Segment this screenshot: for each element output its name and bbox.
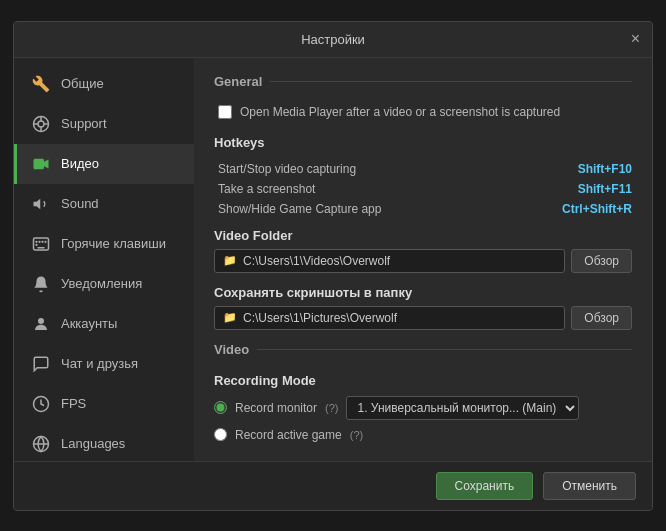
settings-window: Настройки × Общие bbox=[13, 21, 653, 511]
hotkey-label-0: Start/Stop video capturing bbox=[218, 162, 356, 176]
hotkey-row-0: Start/Stop video capturing Shift+F10 bbox=[218, 162, 632, 176]
close-button[interactable]: × bbox=[631, 31, 640, 47]
open-media-player-row: Open Media Player after a video or a scr… bbox=[218, 105, 632, 119]
record-active-game-radio[interactable] bbox=[214, 428, 227, 441]
notifications-icon bbox=[31, 274, 51, 294]
svg-point-16 bbox=[38, 318, 44, 324]
bottom-bar: Сохранить Отменить bbox=[14, 461, 652, 510]
sidebar-item-languages[interactable]: Languages bbox=[14, 424, 194, 461]
sidebar-label-fps: FPS bbox=[61, 396, 86, 411]
video-folder-section: Video Folder 📁 C:\Users\1\Videos\Overwol… bbox=[214, 228, 632, 273]
recording-mode-label: Recording Mode bbox=[214, 373, 632, 388]
hotkeys-table: Start/Stop video capturing Shift+F10 Tak… bbox=[218, 162, 632, 216]
sidebar-label-languages: Languages bbox=[61, 436, 125, 451]
general-divider: General bbox=[214, 74, 632, 89]
video-folder-browse-button[interactable]: Обзор bbox=[571, 249, 632, 273]
sidebar-label-video: Видео bbox=[61, 156, 99, 171]
sidebar: Общие Support bbox=[14, 58, 194, 461]
screenshot-folder-input[interactable]: 📁 C:\Users\1\Pictures\Overwolf bbox=[214, 306, 565, 330]
sidebar-label-support: Support bbox=[61, 116, 107, 131]
languages-icon bbox=[31, 434, 51, 454]
sidebar-item-sound[interactable]: Sound bbox=[14, 184, 194, 224]
hotkey-value-1: Shift+F11 bbox=[578, 182, 632, 196]
general-divider-label: General bbox=[214, 74, 262, 89]
record-monitor-hint: (?) bbox=[325, 402, 338, 414]
hotkey-row-1: Take a screenshot Shift+F11 bbox=[218, 182, 632, 196]
sidebar-item-notifications[interactable]: Уведомления bbox=[14, 264, 194, 304]
svg-point-1 bbox=[38, 121, 44, 127]
sidebar-item-fps[interactable]: FPS bbox=[14, 384, 194, 424]
hotkey-label-1: Take a screenshot bbox=[218, 182, 315, 196]
sidebar-item-video[interactable]: Видео bbox=[14, 144, 194, 184]
open-media-player-checkbox[interactable] bbox=[218, 105, 232, 119]
sidebar-item-hotkeys[interactable]: Горячие клавиши bbox=[14, 224, 194, 264]
screenshot-folder-section: Сохранять скриншоты в папку 📁 C:\Users\1… bbox=[214, 285, 632, 330]
sound-icon bbox=[31, 194, 51, 214]
screenshot-folder-browse-button[interactable]: Обзор bbox=[571, 306, 632, 330]
sidebar-label-general: Общие bbox=[61, 76, 104, 91]
main-panel: General Open Media Player after a video … bbox=[194, 58, 652, 461]
video-folder-input[interactable]: 📁 C:\Users\1\Videos\Overwolf bbox=[214, 249, 565, 273]
hotkey-row-2: Show/Hide Game Capture app Ctrl+Shift+R bbox=[218, 202, 632, 216]
cancel-button[interactable]: Отменить bbox=[543, 472, 636, 500]
record-monitor-label: Record monitor bbox=[235, 401, 317, 415]
window-title: Настройки bbox=[301, 32, 365, 47]
folder-icon-screenshot: 📁 bbox=[223, 311, 237, 324]
sidebar-label-accounts: Аккаунты bbox=[61, 316, 117, 331]
hotkey-label-2: Show/Hide Game Capture app bbox=[218, 202, 381, 216]
titlebar: Настройки × bbox=[14, 22, 652, 58]
record-active-game-hint: (?) bbox=[350, 429, 363, 441]
screenshot-folder-row: 📁 C:\Users\1\Pictures\Overwolf Обзор bbox=[214, 306, 632, 330]
monitor-select[interactable]: 1. Универсальный монитор... (Main) bbox=[346, 396, 579, 420]
video-folder-row: 📁 C:\Users\1\Videos\Overwolf Обзор bbox=[214, 249, 632, 273]
fps-icon bbox=[31, 394, 51, 414]
sidebar-label-chat: Чат и друзья bbox=[61, 356, 138, 371]
folder-icon-video: 📁 bbox=[223, 254, 237, 267]
record-active-game-label: Record active game bbox=[235, 428, 342, 442]
video-divider: Video bbox=[214, 342, 632, 357]
accounts-icon bbox=[31, 314, 51, 334]
video-folder-path: C:\Users\1\Videos\Overwolf bbox=[243, 254, 390, 268]
sidebar-item-accounts[interactable]: Аккаунты bbox=[14, 304, 194, 344]
svg-marker-8 bbox=[34, 198, 41, 209]
record-active-game-row: Record active game (?) bbox=[214, 428, 632, 442]
sidebar-item-general[interactable]: Общие bbox=[14, 64, 194, 104]
support-icon bbox=[31, 114, 51, 134]
open-media-player-label: Open Media Player after a video or a scr… bbox=[240, 105, 560, 119]
hotkeys-icon bbox=[31, 234, 51, 254]
svg-marker-7 bbox=[44, 159, 49, 168]
sidebar-item-chat[interactable]: Чат и друзья bbox=[14, 344, 194, 384]
hotkey-value-0: Shift+F10 bbox=[578, 162, 632, 176]
sidebar-label-hotkeys: Горячие клавиши bbox=[61, 236, 166, 251]
content-area: Общие Support bbox=[14, 58, 652, 461]
wrench-icon bbox=[31, 74, 51, 94]
screenshot-folder-path: C:\Users\1\Pictures\Overwolf bbox=[243, 311, 397, 325]
video-icon bbox=[31, 154, 51, 174]
video-folder-label: Video Folder bbox=[214, 228, 632, 243]
screenshot-folder-label: Сохранять скриншоты в папку bbox=[214, 285, 632, 300]
sidebar-label-notifications: Уведомления bbox=[61, 276, 142, 291]
hotkeys-section-label: Hotkeys bbox=[214, 135, 632, 150]
video-divider-label: Video bbox=[214, 342, 249, 357]
save-button[interactable]: Сохранить bbox=[436, 472, 534, 500]
sidebar-item-support[interactable]: Support bbox=[14, 104, 194, 144]
chat-icon bbox=[31, 354, 51, 374]
sidebar-label-sound: Sound bbox=[61, 196, 99, 211]
record-monitor-row: Record monitor (?) 1. Универсальный мони… bbox=[214, 396, 632, 420]
record-monitor-radio[interactable] bbox=[214, 401, 227, 414]
hotkey-value-2: Ctrl+Shift+R bbox=[562, 202, 632, 216]
recording-section: Recording Mode Record monitor (?) 1. Уни… bbox=[214, 373, 632, 442]
svg-rect-6 bbox=[34, 158, 45, 169]
